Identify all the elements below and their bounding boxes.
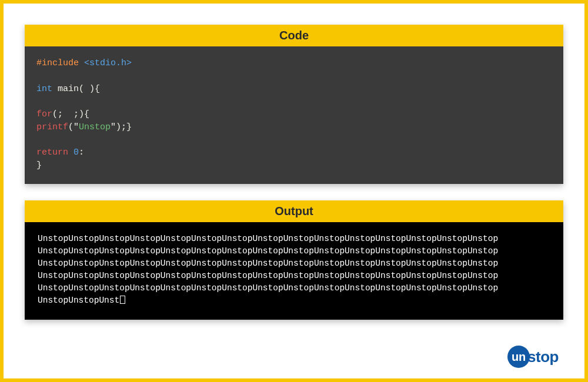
- code-token: printf: [36, 122, 68, 132]
- code-token: return: [36, 148, 74, 158]
- output-block: UnstopUnstopUnstopUnstopUnstopUnstopUnst…: [25, 222, 563, 320]
- cursor-icon: [120, 296, 125, 304]
- output-line: UnstopUnstopUnstopUnstopUnstopUnstopUnst…: [38, 257, 550, 270]
- output-line: UnstopUnstopUnstopUnstopUnstopUnstopUnst…: [38, 233, 550, 245]
- code-token: :: [79, 148, 84, 158]
- code-line: int main( ){: [36, 83, 552, 96]
- output-line: UnstopUnstopUnstopUnstopUnstopUnstopUnst…: [38, 282, 550, 294]
- output-panel-header: Output: [25, 200, 563, 222]
- output-line: UnstopUnstopUnst: [38, 294, 550, 307]
- code-token: for: [36, 109, 52, 119]
- code-token: <stdio.h>: [84, 58, 132, 68]
- code-line: #include <stdio.h>: [36, 57, 552, 70]
- code-line: printf("Unstop");}: [36, 121, 552, 134]
- code-panel-header: Code: [25, 25, 563, 46]
- code-token: 0: [74, 148, 79, 158]
- code-line: }: [36, 159, 552, 172]
- unstop-logo: unstop: [507, 346, 559, 368]
- output-panel: Output UnstopUnstopUnstopUnstopUnstopUns…: [25, 200, 563, 320]
- code-line: [36, 134, 552, 147]
- code-line: [36, 95, 552, 108]
- code-token: }: [36, 160, 42, 170]
- code-block: #include <stdio.h> int main( ){ for(; ;)…: [25, 46, 563, 184]
- unstop-logo-text: stop: [527, 348, 559, 366]
- code-token: main( ){: [58, 84, 100, 94]
- code-token: #include: [36, 58, 84, 68]
- document-frame: Code #include <stdio.h> int main( ){ for…: [0, 0, 588, 382]
- code-panel: Code #include <stdio.h> int main( ){ for…: [25, 25, 563, 184]
- code-token: (": [68, 122, 79, 132]
- output-line: UnstopUnstopUnstopUnstopUnstopUnstopUnst…: [38, 245, 550, 257]
- code-token: ");}: [111, 122, 132, 132]
- code-line: return 0:: [36, 146, 552, 159]
- code-token: Unstop: [79, 122, 111, 132]
- unstop-logo-circle: un: [507, 346, 530, 368]
- code-token: int: [36, 84, 58, 94]
- code-line: [36, 70, 552, 83]
- code-token: (; ;){: [52, 109, 89, 119]
- output-line: UnstopUnstopUnstopUnstopUnstopUnstopUnst…: [38, 270, 550, 282]
- code-line: for(; ;){: [36, 108, 552, 121]
